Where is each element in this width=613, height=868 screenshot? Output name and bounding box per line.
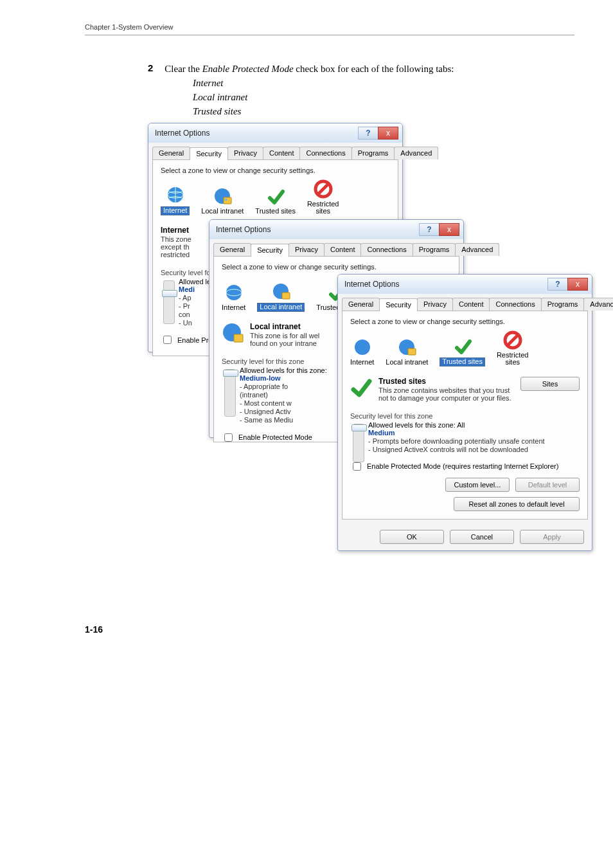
tab-advanced[interactable]: Advanced [394, 147, 438, 159]
step-text-em: Enable Protected Mode [202, 64, 294, 74]
svg-rect-17 [408, 348, 416, 355]
checkbox-input[interactable] [353, 462, 361, 471]
zone-restricted[interactable]: Restrictedsites [307, 179, 339, 215]
tab-programs[interactable]: Programs [413, 243, 456, 256]
sub-item-internet: Internet [193, 77, 574, 91]
security-slider[interactable] [353, 424, 364, 462]
security-slider[interactable] [163, 280, 175, 324]
tab-privacy[interactable]: Privacy [417, 298, 453, 311]
sites-button[interactable]: Sites [520, 377, 580, 391]
tab-bar: General Security Privacy Content Connect… [152, 147, 398, 160]
checkbox-label: Enable Pro [177, 336, 212, 344]
tab-advanced[interactable]: Advanced [583, 298, 613, 311]
checkbox-label: Enable Protected Mode (requires restarti… [367, 462, 558, 470]
zone-internet[interactable]: Internet [222, 283, 245, 312]
tab-bar: General Security Privacy Content Connect… [213, 243, 459, 257]
intranet-icon [397, 338, 416, 357]
tab-security[interactable]: Security [251, 244, 289, 257]
dialog-trusted-sites: Internet Options ? x General Security Pr… [337, 274, 592, 551]
page-number: 1-16 [85, 624, 574, 635]
allowed-levels: Allowed levels for this zone: All [368, 421, 580, 429]
zone-internet[interactable]: Internet [161, 185, 190, 215]
zone-caption: Select a zone to view or change security… [161, 167, 390, 174]
dialog-title: Internet Options [155, 129, 209, 138]
tab-programs[interactable]: Programs [541, 298, 585, 311]
step-text: Clear the Enable Protected Mode check bo… [164, 62, 454, 75]
zone-local-intranet[interactable]: Local intranet [201, 186, 244, 215]
custom-level-button[interactable]: Custom level... [445, 478, 510, 492]
zone-label: Internet [222, 304, 245, 312]
zone-local-intranet[interactable]: Local intranet [386, 338, 428, 366]
tab-general[interactable]: General [342, 298, 380, 311]
zone-desc: This zone is for all welfound on your in… [250, 332, 319, 347]
tab-privacy[interactable]: Privacy [227, 147, 263, 159]
zone-caption: Select a zone to view or change security… [350, 318, 580, 325]
help-button[interactable]: ? [358, 127, 378, 140]
dialog-title: Internet Options [344, 280, 399, 289]
checkbox-input[interactable] [163, 336, 172, 344]
zone-label: Restrictedsites [497, 352, 529, 366]
step-item: 2 Clear the Enable Protected Mode check … [148, 62, 574, 75]
svg-rect-14 [234, 334, 243, 342]
tab-content[interactable]: Content [263, 147, 301, 159]
zone-label: Local intranet [386, 359, 428, 366]
close-button[interactable]: x [567, 278, 588, 291]
tab-programs[interactable]: Programs [351, 147, 395, 159]
tab-advanced[interactable]: Advanced [455, 243, 499, 256]
intranet-icon [213, 186, 232, 206]
cancel-button[interactable]: Cancel [450, 530, 514, 544]
zone-label: Internet [161, 206, 190, 215]
titlebar[interactable]: Internet Options ? x [338, 275, 592, 294]
close-button[interactable]: x [378, 127, 398, 140]
ok-button[interactable]: OK [380, 530, 444, 544]
trusted-large-icon [350, 377, 372, 399]
tab-security[interactable]: Security [190, 147, 228, 160]
svg-point-15 [355, 339, 370, 355]
svg-point-7 [226, 285, 242, 300]
tab-general[interactable]: General [152, 147, 190, 159]
svg-rect-4 [225, 199, 227, 201]
dialog-title: Internet Options [216, 225, 271, 234]
titlebar[interactable]: Internet Options ? x [209, 220, 463, 239]
enable-protected-mode-checkbox[interactable]: Enable Protected Mode (requires restarti… [350, 460, 580, 473]
help-button[interactable]: ? [419, 223, 439, 236]
level-desc: - Prompts before downloading potentially… [368, 437, 580, 454]
checkbox-label: Enable Protected Mode [238, 433, 312, 441]
zone-trusted[interactable]: Trusted sites [440, 336, 485, 366]
tab-connections[interactable]: Connections [489, 298, 541, 311]
step-text-post: check box for each of the following tabs… [294, 64, 454, 74]
tab-privacy[interactable]: Privacy [289, 243, 324, 256]
trusted-icon [266, 186, 285, 206]
help-button[interactable]: ? [547, 278, 567, 291]
tab-security[interactable]: Security [379, 298, 418, 311]
titlebar[interactable]: Internet Options ? x [148, 123, 402, 143]
intranet-icon [271, 282, 290, 301]
checkbox-input[interactable] [224, 433, 233, 442]
zone-label: Restrictedsites [307, 201, 339, 215]
globe-icon [166, 185, 185, 204]
reset-zones-button[interactable]: Reset all zones to default level [454, 497, 580, 511]
zone-trusted[interactable]: Trusted sites [255, 186, 296, 215]
zone-restricted[interactable]: Restrictedsites [497, 330, 529, 366]
zone-label: Local intranet [201, 208, 244, 215]
tab-content[interactable]: Content [324, 243, 362, 256]
apply-button[interactable]: Apply [520, 530, 584, 544]
tab-content[interactable]: Content [452, 298, 490, 311]
close-button[interactable]: x [439, 223, 459, 236]
default-level-button[interactable]: Default level [515, 478, 580, 492]
tab-connections[interactable]: Connections [360, 243, 413, 256]
intranet-large-icon [222, 322, 244, 344]
level-name: Medium [368, 429, 580, 437]
trusted-icon [453, 336, 472, 356]
zone-internet[interactable]: Internet [350, 338, 374, 366]
restricted-icon [503, 330, 522, 350]
security-slider[interactable] [224, 369, 236, 417]
zone-desc: This zone contains websites that you tru… [378, 386, 513, 402]
tab-general[interactable]: General [213, 243, 251, 256]
zone-caption: Select a zone to view or change security… [222, 263, 451, 271]
zone-label: Local intranet [257, 303, 305, 312]
tab-connections[interactable]: Connections [299, 147, 351, 159]
sub-item-trusted-sites: Trusted sites [193, 105, 574, 119]
chapter-heading: Chapter 1-System Overview [85, 23, 574, 31]
zone-local-intranet[interactable]: Local intranet [257, 282, 305, 312]
